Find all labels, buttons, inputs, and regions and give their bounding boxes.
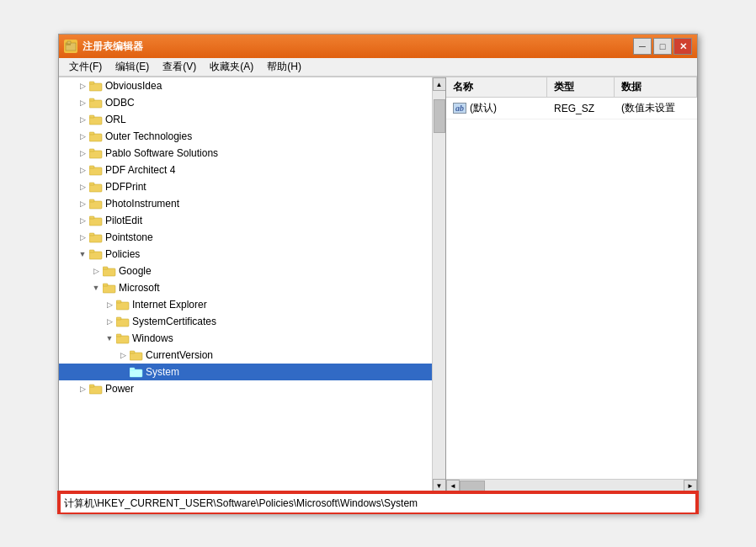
detail-pane: 名称 类型 数据 ab (默认) REG_SZ (数值未设置 ◄ ► xyxy=(446,77,697,492)
close-button[interactable]: ✕ xyxy=(673,38,692,55)
svg-rect-22 xyxy=(89,233,94,236)
detail-scroll-left[interactable]: ◄ xyxy=(446,480,460,493)
expander-pdfprint[interactable]: ▷ xyxy=(76,180,89,194)
tree-item-orl[interactable]: ▷ ORL xyxy=(59,111,432,128)
tree-label-windows: Windows xyxy=(132,332,173,344)
folder-icon-google xyxy=(103,265,116,277)
expander-outertech[interactable]: ▷ xyxy=(76,130,89,143)
svg-rect-14 xyxy=(89,166,94,168)
scroll-down-btn[interactable]: ▼ xyxy=(433,479,446,492)
tree-item-pablo[interactable]: ▷ Pablo Software Solutions xyxy=(59,145,432,162)
folder-icon-policies xyxy=(89,248,103,260)
expander-currentversion[interactable]: ▷ xyxy=(116,348,130,362)
menu-favorites[interactable]: 收藏夹(A) xyxy=(203,58,260,76)
svg-rect-6 xyxy=(89,98,94,101)
detail-header: 名称 类型 数据 xyxy=(446,77,697,98)
svg-rect-29 xyxy=(116,302,129,310)
tree-item-pilotedit[interactable]: ▷ PilotEdit xyxy=(59,212,432,229)
expander-pdfarch[interactable]: ▷ xyxy=(76,163,89,177)
scroll-up-btn[interactable]: ▲ xyxy=(433,77,446,91)
tree-label-google: Google xyxy=(119,265,152,277)
tree-item-system[interactable]: System xyxy=(59,364,432,380)
expander-system[interactable] xyxy=(116,365,130,379)
expander-policies[interactable]: ▼ xyxy=(76,247,89,261)
tree-item-policies[interactable]: ▼ Policies xyxy=(59,246,432,263)
expander-syscerts[interactable]: ▷ xyxy=(103,315,116,328)
tree-item-windows[interactable]: ▼ Windows xyxy=(59,330,432,347)
scroll-track[interactable] xyxy=(433,91,446,479)
tree-item-outertech[interactable]: ▷ Outer Technologies xyxy=(59,128,432,145)
menu-view[interactable]: 查看(V) xyxy=(156,58,203,76)
expander-pilotedit[interactable]: ▷ xyxy=(76,214,89,227)
tree-label-orl: ORL xyxy=(105,114,126,125)
svg-rect-3 xyxy=(89,83,102,91)
svg-rect-27 xyxy=(103,285,115,293)
expander-power[interactable]: ▷ xyxy=(76,382,89,396)
tree-label-power: Power xyxy=(105,383,134,395)
expander-microsoft[interactable]: ▼ xyxy=(89,281,103,295)
svg-rect-24 xyxy=(89,250,94,252)
restore-button[interactable]: □ xyxy=(653,38,672,55)
menu-edit[interactable]: 编辑(E) xyxy=(109,58,156,76)
tree-label-pdfprint: PDFPrint xyxy=(105,181,146,193)
tree-item-syscerts[interactable]: ▷ SystemCertificates xyxy=(59,313,432,330)
tree-label-pointstone: Pointstone xyxy=(105,231,153,243)
svg-rect-2 xyxy=(67,41,71,44)
svg-rect-10 xyxy=(89,132,94,135)
registry-editor-window: 注册表编辑器 ─ □ ✕ 文件(F) 编辑(E) 查看(V) 收藏夹(A) 帮助… xyxy=(58,34,698,513)
tree-item-power[interactable]: ▷ Power xyxy=(59,380,432,397)
menu-bar: 文件(F) 编辑(E) 查看(V) 收藏夹(A) 帮助(H) xyxy=(59,58,697,77)
folder-icon-photoinst xyxy=(89,198,103,210)
tree-pane[interactable]: ▷ ObviousIdea ▷ ODBC xyxy=(59,77,446,492)
svg-rect-15 xyxy=(89,184,102,192)
folder-icon-windows xyxy=(116,332,130,344)
detail-row[interactable]: ab (默认) REG_SZ (数值未设置 xyxy=(446,98,697,119)
window-title: 注册表编辑器 xyxy=(83,40,633,54)
expander-pointstone[interactable]: ▷ xyxy=(76,231,89,244)
expander-photoinst[interactable]: ▷ xyxy=(76,197,89,210)
tree-item-ie[interactable]: ▷ Internet Explorer xyxy=(59,296,432,313)
scroll-thumb[interactable] xyxy=(434,99,445,133)
tree-item-microsoft[interactable]: ▼ Microsoft xyxy=(59,279,432,296)
svg-rect-19 xyxy=(89,218,102,226)
svg-rect-32 xyxy=(116,317,121,320)
tree-item-pdfarch[interactable]: ▷ PDF Architect 4 xyxy=(59,162,432,178)
tree-item-currentversion[interactable]: ▷ CurrentVersion xyxy=(59,347,432,364)
svg-rect-34 xyxy=(116,334,121,337)
tree-item-pointstone[interactable]: ▷ Pointstone xyxy=(59,229,432,246)
tree-label-odbc: ODBC xyxy=(105,97,135,109)
expander-orl[interactable]: ▷ xyxy=(76,113,89,126)
folder-icon-pdfprint xyxy=(89,181,103,193)
tree-label-pablo: Pablo Software Solutions xyxy=(105,147,218,159)
tree-item-photoinst[interactable]: ▷ PhotoInstrument xyxy=(59,195,432,212)
menu-help[interactable]: 帮助(H) xyxy=(260,58,308,76)
title-bar: 注册表编辑器 ─ □ ✕ xyxy=(59,35,697,58)
tree-item-pdfprint[interactable]: ▷ PDFPrint xyxy=(59,178,432,195)
svg-rect-13 xyxy=(89,167,102,175)
tree-item-obviousidea[interactable]: ▷ ObviousIdea xyxy=(59,77,432,94)
tree-content: ▷ ObviousIdea ▷ ODBC xyxy=(59,77,432,492)
expander-obviousidea[interactable]: ▷ xyxy=(76,79,89,93)
app-icon xyxy=(64,40,77,53)
expander-odbc[interactable]: ▷ xyxy=(76,96,89,109)
col-header-type: 类型 xyxy=(547,77,615,97)
svg-rect-33 xyxy=(116,336,129,343)
detail-h-track[interactable] xyxy=(460,480,684,493)
svg-rect-17 xyxy=(89,201,102,209)
tree-item-odbc[interactable]: ▷ ODBC xyxy=(59,94,432,111)
tree-label-currentversion: CurrentVersion xyxy=(146,349,213,361)
tree-scrollbar-v[interactable]: ▲ ▼ xyxy=(432,77,445,492)
folder-icon-obviousidea xyxy=(89,80,103,92)
col-header-data: 数据 xyxy=(615,77,697,97)
menu-file[interactable]: 文件(F) xyxy=(62,58,109,76)
tree-item-google[interactable]: ▷ Google xyxy=(59,263,432,279)
expander-ie[interactable]: ▷ xyxy=(103,298,116,311)
expander-google[interactable]: ▷ xyxy=(89,264,103,278)
expander-windows[interactable]: ▼ xyxy=(103,332,116,345)
detail-scroll-right[interactable]: ► xyxy=(684,480,697,493)
status-path: 计算机\HKEY_CURRENT_USER\Software\Policies\… xyxy=(64,497,418,511)
minimize-button[interactable]: ─ xyxy=(633,38,652,55)
detail-scrollbar-h[interactable]: ◄ ► xyxy=(446,479,697,492)
tree-label-outertech: Outer Technologies xyxy=(105,130,192,142)
expander-pablo[interactable]: ▷ xyxy=(76,146,89,160)
